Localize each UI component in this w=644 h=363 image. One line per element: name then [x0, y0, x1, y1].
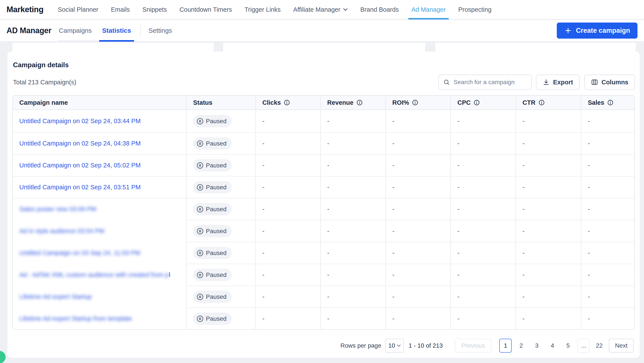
- status-badge: Paused: [193, 313, 232, 325]
- nav-item-snippets[interactable]: Snippets: [142, 0, 167, 19]
- page-ellipsis[interactable]: ...: [578, 339, 590, 353]
- tab-campaigns[interactable]: Campaigns: [59, 20, 92, 41]
- cell-cpc: -: [450, 308, 516, 329]
- cell-cpc: -: [450, 220, 516, 242]
- pause-circle-icon: [196, 162, 204, 169]
- header-cpc: CPC: [450, 96, 516, 110]
- info-icon[interactable]: [356, 99, 362, 106]
- rows-per-page-select[interactable]: 10: [385, 339, 404, 353]
- cell-revenue: -: [320, 110, 385, 132]
- header-campaign-name: Campaign name: [13, 96, 186, 110]
- page-number-5[interactable]: 5: [562, 339, 574, 353]
- campaign-link[interactable]: Sales poster new 03:09 PM: [19, 206, 96, 213]
- cell-revenue: -: [320, 154, 385, 176]
- export-button[interactable]: Export: [536, 75, 580, 90]
- rows-per-page-label: Rows per page: [340, 342, 381, 349]
- cell-sales: -: [581, 242, 634, 264]
- nav-item-countdown-timers[interactable]: Countdown Timers: [180, 0, 232, 19]
- page-number-22[interactable]: 22: [593, 339, 606, 353]
- create-campaign-button[interactable]: Create campaign: [557, 22, 638, 39]
- pause-circle-icon: [196, 206, 204, 213]
- campaign-link[interactable]: Untitled Campaign on 02 Sep 24, 03:51 PM: [19, 184, 140, 191]
- cell-clicks: -: [256, 264, 320, 286]
- status-badge: Paused: [193, 269, 232, 281]
- cell-sales: -: [581, 132, 634, 154]
- campaign-link[interactable]: Untitled Campaign on 02 Sep 24, 05:02 PM: [19, 162, 140, 169]
- pagination-range-label: 1 - 10 of 213: [408, 342, 443, 349]
- status-badge: Paused: [193, 225, 232, 237]
- cell-sales: -: [581, 264, 634, 286]
- page-title: AD Manager: [6, 26, 52, 35]
- table-row: Untitled Campaign on 03 Sep 24, 11:03 PM…: [13, 242, 634, 264]
- info-icon[interactable]: [538, 99, 544, 106]
- campaign-link[interactable]: Ad - AdTek XML custom audience with crea…: [19, 271, 170, 278]
- nav-item-emails[interactable]: Emails: [111, 0, 130, 19]
- previous-page-button[interactable]: Previous: [455, 339, 492, 353]
- page-number-2[interactable]: 2: [515, 339, 527, 353]
- cell-roi: -: [385, 264, 450, 286]
- info-icon[interactable]: [284, 99, 290, 106]
- nav-item-social-planner[interactable]: Social Planner: [58, 0, 98, 19]
- next-page-button[interactable]: Next: [609, 339, 634, 353]
- chat-widget-button[interactable]: [0, 351, 6, 363]
- search-input[interactable]: [454, 79, 527, 86]
- info-icon[interactable]: [607, 99, 614, 106]
- page-number-4[interactable]: 4: [546, 339, 558, 353]
- cell-roi: -: [385, 176, 450, 198]
- info-icon[interactable]: [474, 99, 480, 106]
- cell-ctr: -: [516, 198, 581, 220]
- columns-icon: [591, 78, 598, 86]
- campaign-link[interactable]: Untitled Campaign on 02 Sep 24, 04:38 PM: [19, 140, 140, 147]
- download-icon: [542, 78, 550, 86]
- ad-manager-tabs: Campaigns Statistics Settings: [58, 20, 172, 41]
- pause-circle-icon: [196, 271, 204, 279]
- campaign-link[interactable]: Untitled Campaign on 03 Sep 24, 11:03 PM: [19, 249, 140, 256]
- cell-roi: -: [385, 308, 450, 329]
- cell-cpc: -: [450, 176, 516, 198]
- pause-circle-icon: [196, 117, 204, 125]
- campaign-link[interactable]: Ad in style audience 03:54 PM: [19, 228, 104, 234]
- cell-cpc: -: [450, 264, 516, 286]
- pause-circle-icon: [196, 140, 204, 147]
- nav-item-ad-manager[interactable]: Ad Manager: [412, 0, 446, 19]
- table-row: Sales poster new 03:09 PM Paused - - - -…: [13, 198, 634, 220]
- campaign-link[interactable]: Untitled Campaign on 02 Sep 24, 03:44 PM: [19, 117, 140, 124]
- campaign-link[interactable]: Lifetime Ad expert Startup from template: [19, 315, 132, 322]
- campaign-link[interactable]: Lifetime Ad expert Startup: [19, 293, 92, 300]
- table-toolbar: Total 213 Campaign(s) Export Columns: [13, 75, 635, 90]
- cell-revenue: -: [320, 264, 385, 286]
- app-title: Marketing: [6, 5, 44, 14]
- tab-settings[interactable]: Settings: [148, 20, 172, 41]
- nav-item-affiliate-manager[interactable]: Affiliate Manager: [293, 0, 348, 19]
- cell-revenue: -: [320, 286, 385, 308]
- cell-revenue: -: [320, 132, 385, 154]
- columns-button[interactable]: Columns: [584, 75, 635, 90]
- info-icon[interactable]: [412, 99, 418, 106]
- ad-manager-header: AD Manager Campaigns Statistics Settings…: [0, 20, 644, 42]
- nav-item-trigger-links[interactable]: Trigger Links: [244, 0, 281, 19]
- page-number-3[interactable]: 3: [530, 339, 543, 353]
- table-row: Ad in style audience 03:54 PM Paused - -…: [13, 220, 634, 242]
- cell-clicks: -: [256, 154, 320, 176]
- cell-cpc: -: [450, 286, 516, 308]
- cell-revenue: -: [320, 176, 385, 198]
- status-badge: Paused: [193, 159, 232, 172]
- cell-sales: -: [581, 198, 634, 220]
- cell-sales: -: [581, 286, 634, 308]
- nav-item-prospecting[interactable]: Prospecting: [458, 0, 492, 19]
- header-sales: Sales: [581, 96, 634, 110]
- search-icon: [443, 79, 450, 86]
- pause-circle-icon: [196, 228, 204, 235]
- cell-revenue: -: [320, 220, 385, 242]
- cell-revenue: -: [320, 242, 385, 264]
- cell-ctr: -: [516, 176, 581, 198]
- page-number-1[interactable]: 1: [499, 339, 512, 353]
- cell-cpc: -: [450, 132, 516, 154]
- cell-clicks: -: [256, 308, 320, 329]
- cell-clicks: -: [256, 176, 320, 198]
- chevron-down-icon: [343, 8, 348, 11]
- nav-item-brand-boards[interactable]: Brand Boards: [360, 0, 399, 19]
- tab-statistics[interactable]: Statistics: [102, 20, 131, 41]
- pause-circle-icon: [196, 249, 204, 257]
- cell-clicks: -: [256, 198, 320, 220]
